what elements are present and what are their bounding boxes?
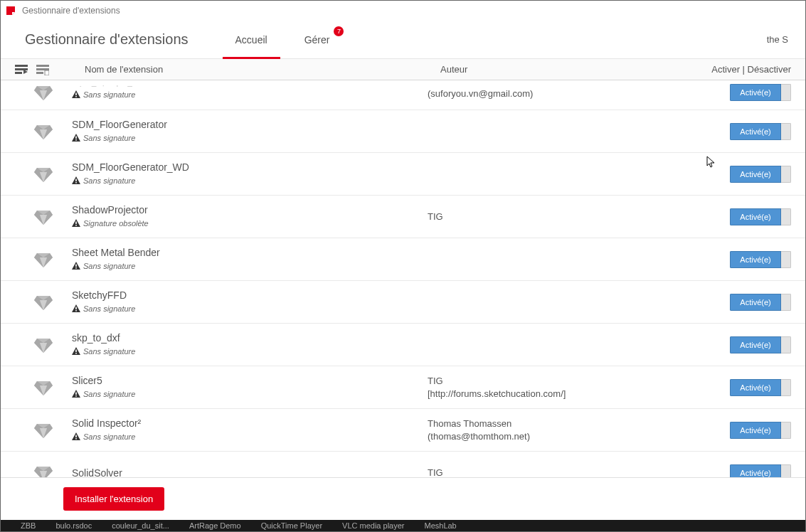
column-header-bar: Nom de l'extension Auteur Activer | Désa…: [1, 59, 805, 80]
extension-toggle-cell: Activé(e): [706, 336, 791, 353]
extension-row[interactable]: Sheet Metal BenderSans signatureActivé(e…: [1, 238, 805, 281]
signature-text: Sans signature: [83, 304, 135, 313]
extension-toggle-cell: Activé(e): [706, 294, 791, 311]
enable-toggle[interactable]: Activé(e): [730, 464, 791, 478]
signature-text: Sans signature: [83, 347, 135, 356]
warning-icon: [72, 88, 80, 101]
extension-gem-icon: [15, 85, 72, 100]
extension-author: TIG: [428, 211, 706, 223]
svg-rect-7: [75, 92, 77, 95]
extension-row[interactable]: SketchyFFDSans signatureActivé(e): [1, 281, 805, 324]
extension-row[interactable]: SDM_FloorGeneratorSans signatureActivé(e…: [1, 110, 805, 153]
signature-text: Sans signature: [83, 432, 135, 441]
toggle-label: Activé(e): [730, 464, 781, 478]
extension-row[interactable]: s4u Faire la FaceSans signatureHuynh Duo…: [1, 80, 805, 110]
enable-toggle[interactable]: Activé(e): [730, 294, 791, 311]
toggle-knob: [781, 294, 791, 311]
author-line1: Huynh Duong Phuong Vi: [428, 85, 706, 87]
enable-toggle[interactable]: Activé(e): [730, 166, 791, 183]
extension-row[interactable]: SolidSolverTIGActivé(e): [1, 452, 805, 477]
extension-name: SDM_FloorGenerator: [72, 119, 428, 130]
svg-rect-17: [75, 307, 77, 309]
svg-rect-1: [15, 68, 28, 70]
extension-row[interactable]: ShadowProjectorSignature obsolèteTIGActi…: [1, 196, 805, 238]
extension-gem-icon: [15, 209, 72, 225]
tab-gerer[interactable]: Gérer 7: [286, 21, 349, 58]
warning-icon: [72, 388, 80, 400]
extension-main: SDM_FloorGeneratorSans signature: [72, 119, 428, 144]
signature-text: Sans signature: [83, 176, 135, 185]
enable-toggle[interactable]: Activé(e): [730, 251, 791, 268]
enable-toggle[interactable]: Activé(e): [730, 336, 791, 353]
header: Gestionnaire d'extensions Accueil Gérer …: [1, 21, 805, 59]
signature-text: Sans signature: [83, 262, 135, 270]
taskbar-item[interactable]: VLC media player: [342, 521, 404, 530]
view-mode-icon-2[interactable]: [36, 64, 49, 75]
taskbar-item[interactable]: couleur_du_sit...: [112, 521, 169, 530]
taskbar-item[interactable]: MeshLab: [424, 521, 456, 530]
extension-name: skp_to_dxf: [72, 332, 428, 344]
toggle-knob: [781, 84, 791, 101]
warning-icon: [72, 430, 80, 443]
extension-name: Sheet Metal Bender: [72, 247, 428, 258]
extension-main: s4u Faire la FaceSans signature: [72, 84, 428, 101]
svg-rect-21: [75, 392, 77, 395]
extension-name: SketchyFFD: [72, 289, 428, 301]
extension-toggle-cell: Activé(e): [706, 464, 791, 478]
signature-text: Sans signature: [83, 134, 135, 142]
extension-manager-window: Gestionnaire d'extensions Gestionnaire d…: [0, 0, 806, 532]
extension-toggle-cell: Activé(e): [706, 379, 791, 396]
extension-toggle-cell: Activé(e): [706, 208, 791, 225]
extension-row[interactable]: SDM_FloorGenerator_WDSans signatureActiv…: [1, 153, 805, 196]
install-extension-button[interactable]: Installer l'extension: [63, 487, 164, 511]
toggle-knob: [781, 208, 791, 225]
signature-line: Signature obsolète: [72, 217, 428, 230]
extension-row[interactable]: Slicer5Sans signatureTIG[http://forums.s…: [1, 366, 805, 409]
toggle-knob: [781, 166, 791, 183]
enable-toggle[interactable]: Activé(e): [730, 123, 791, 140]
svg-rect-3: [36, 65, 49, 67]
signature-line: Sans signature: [72, 174, 428, 187]
svg-rect-24: [75, 438, 77, 440]
enable-toggle[interactable]: Activé(e): [730, 379, 791, 396]
extension-name: s4u Faire la Face: [72, 84, 428, 87]
signature-line: Sans signature: [72, 132, 428, 144]
extension-main: Sheet Metal BenderSans signature: [72, 247, 428, 272]
view-mode-icon-1[interactable]: [15, 64, 28, 75]
svg-rect-13: [75, 221, 77, 224]
enable-toggle[interactable]: Activé(e): [730, 422, 791, 439]
taskbar-item[interactable]: bulo.rsdoc: [55, 521, 92, 530]
extension-gem-icon: [15, 337, 72, 353]
column-header-author[interactable]: Auteur: [440, 64, 684, 75]
enable-toggle[interactable]: Activé(e): [730, 208, 791, 225]
signature-line: Sans signature: [72, 88, 428, 101]
extension-name: Solid Inspector²: [72, 417, 428, 429]
extension-gem-icon: [15, 166, 72, 182]
warning-icon: [72, 302, 80, 315]
signature-text: Sans signature: [83, 390, 135, 398]
author-line1: TIG: [428, 375, 706, 388]
enable-toggle[interactable]: Activé(e): [730, 84, 791, 101]
author-line2: (thomas@thomthom.net): [428, 430, 706, 443]
column-header-name[interactable]: Nom de l'extension: [85, 64, 440, 75]
taskbar-item[interactable]: ZBB: [21, 521, 36, 530]
extension-main: Solid Inspector²Sans signature: [72, 417, 428, 443]
extension-list[interactable]: s4u Faire la FaceSans signatureHuynh Duo…: [1, 80, 805, 477]
header-right-text: the S: [767, 34, 788, 45]
page-title: Gestionnaire d'extensions: [25, 31, 189, 48]
signature-line: Sans signature: [72, 430, 428, 443]
window-title: Gestionnaire d'extensions: [22, 6, 120, 16]
extension-row[interactable]: skp_to_dxfSans signatureActivé(e): [1, 324, 805, 366]
extension-row[interactable]: Solid Inspector²Sans signatureThomas Tho…: [1, 409, 805, 452]
taskbar-item[interactable]: ArtRage Demo: [189, 521, 241, 530]
extension-main: Slicer5Sans signature: [72, 375, 428, 400]
tab-accueil-label: Accueil: [235, 34, 267, 46]
signature-line: Sans signature: [72, 260, 428, 272]
warning-icon: [72, 260, 80, 272]
toggle-knob: [781, 464, 791, 478]
column-header-toggle[interactable]: Activer | Désactiver: [684, 64, 791, 75]
warning-icon: [72, 345, 80, 358]
tab-accueil[interactable]: Accueil: [217, 21, 286, 58]
taskbar-item[interactable]: QuickTime Player: [261, 521, 322, 530]
extension-main: skp_to_dxfSans signature: [72, 332, 428, 358]
